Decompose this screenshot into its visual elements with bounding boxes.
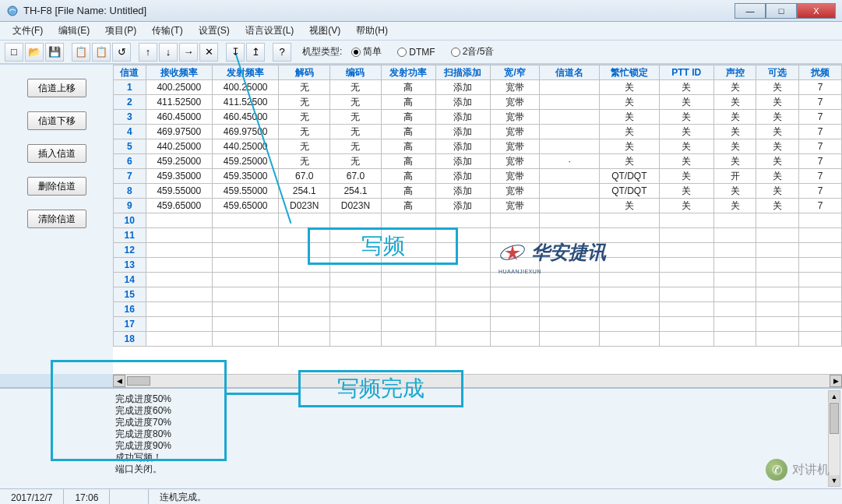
table-cell[interactable] — [490, 243, 540, 258]
table-cell[interactable] — [490, 213, 540, 228]
table-cell[interactable]: 7 — [799, 184, 842, 199]
table-cell[interactable] — [540, 199, 600, 213]
table-cell[interactable]: 1 — [114, 80, 146, 95]
table-cell[interactable]: 7 — [799, 154, 842, 169]
column-header[interactable]: 扰频 — [799, 65, 842, 80]
table-cell[interactable]: 16 — [114, 302, 146, 317]
table-cell[interactable] — [146, 317, 212, 332]
table-cell[interactable] — [279, 228, 330, 243]
minimize-button[interactable]: — — [735, 3, 766, 19]
table-cell[interactable]: 8 — [114, 184, 146, 199]
delete-button[interactable]: ✕ — [199, 43, 218, 62]
table-cell[interactable] — [756, 258, 799, 273]
table-cell[interactable] — [540, 243, 600, 258]
table-cell[interactable] — [756, 302, 799, 317]
table-cell[interactable] — [279, 243, 330, 258]
table-cell[interactable]: 无 — [279, 95, 330, 110]
table-cell[interactable]: 无 — [279, 154, 330, 169]
column-header[interactable]: 编码 — [330, 65, 382, 80]
channel-move-up-button[interactable]: 信道上移 — [27, 79, 86, 97]
table-cell[interactable]: 添加 — [435, 199, 490, 213]
table-cell[interactable]: 无 — [330, 80, 382, 95]
table-cell[interactable]: 2 — [114, 95, 146, 110]
read-radio-button[interactable]: ↧ — [226, 43, 245, 62]
table-cell[interactable]: 7 — [799, 139, 842, 154]
column-header[interactable]: 发射功率 — [381, 65, 435, 80]
table-cell[interactable]: 7 — [799, 125, 842, 139]
table-cell[interactable]: 18 — [114, 332, 146, 347]
table-cell[interactable]: 关 — [659, 80, 713, 95]
scroll-right-arrow-icon[interactable]: ▶ — [830, 375, 842, 387]
table-row[interactable]: 10 — [114, 213, 842, 228]
table-cell[interactable]: 9 — [114, 199, 146, 213]
table-cell[interactable] — [381, 243, 435, 258]
table-cell[interactable] — [713, 228, 756, 243]
paste-button[interactable]: 📋 — [92, 43, 111, 62]
table-row[interactable]: 14 — [114, 273, 842, 287]
table-cell[interactable]: 13 — [114, 258, 146, 273]
table-cell[interactable]: 关 — [713, 139, 756, 154]
table-cell[interactable]: 高 — [381, 80, 435, 95]
table-cell[interactable] — [540, 332, 600, 347]
table-cell[interactable]: 关 — [756, 169, 799, 184]
table-cell[interactable] — [659, 228, 713, 243]
table-row[interactable]: 7459.35000459.3500067.067.0高添加宽带QT/DQT关开… — [114, 169, 842, 184]
table-cell[interactable]: 无 — [330, 95, 382, 110]
table-cell[interactable]: 高 — [381, 169, 435, 184]
table-cell[interactable]: 14 — [114, 273, 146, 287]
table-cell[interactable]: 关 — [600, 95, 660, 110]
table-cell[interactable]: 无 — [279, 110, 330, 125]
table-cell[interactable] — [279, 302, 330, 317]
table-cell[interactable]: 高 — [381, 125, 435, 139]
menu-view[interactable]: 视图(V) — [301, 22, 348, 40]
table-cell[interactable] — [659, 287, 713, 302]
table-cell[interactable]: 459.55000 — [212, 184, 278, 199]
table-cell[interactable] — [713, 287, 756, 302]
table-cell[interactable] — [540, 125, 600, 139]
table-cell[interactable] — [540, 80, 600, 95]
table-cell[interactable] — [659, 243, 713, 258]
table-cell[interactable] — [381, 258, 435, 273]
table-cell[interactable]: 无 — [330, 125, 382, 139]
table-cell[interactable] — [799, 243, 842, 258]
table-cell[interactable] — [600, 273, 660, 287]
table-cell[interactable] — [435, 332, 490, 347]
table-cell[interactable] — [600, 302, 660, 317]
table-cell[interactable] — [435, 213, 490, 228]
table-cell[interactable] — [540, 213, 600, 228]
table-cell[interactable]: 459.55000 — [146, 184, 212, 199]
table-cell[interactable] — [212, 258, 278, 273]
table-cell[interactable] — [146, 287, 212, 302]
table-cell[interactable] — [212, 243, 278, 258]
table-cell[interactable] — [756, 228, 799, 243]
table-cell[interactable]: 459.25000 — [146, 154, 212, 169]
table-cell[interactable]: 宽带 — [490, 169, 540, 184]
table-cell[interactable] — [146, 243, 212, 258]
table-cell[interactable] — [799, 228, 842, 243]
table-cell[interactable]: 高 — [381, 199, 435, 213]
table-cell[interactable]: 459.35000 — [146, 169, 212, 184]
table-cell[interactable]: 添加 — [435, 80, 490, 95]
table-row[interactable]: 16 — [114, 302, 842, 317]
table-cell[interactable] — [659, 273, 713, 287]
table-cell[interactable]: 4 — [114, 125, 146, 139]
table-cell[interactable]: 460.45000 — [212, 110, 278, 125]
table-cell[interactable] — [659, 317, 713, 332]
table-cell[interactable]: 关 — [756, 125, 799, 139]
table-cell[interactable]: 高 — [381, 139, 435, 154]
table-cell[interactable]: 宽带 — [490, 199, 540, 213]
table-cell[interactable] — [330, 332, 382, 347]
table-cell[interactable]: 459.65000 — [146, 199, 212, 213]
new-button[interactable]: □ — [5, 43, 23, 62]
table-cell[interactable] — [659, 213, 713, 228]
table-cell[interactable] — [756, 213, 799, 228]
table-cell[interactable] — [713, 302, 756, 317]
table-cell[interactable]: 411.52500 — [146, 95, 212, 110]
table-cell[interactable] — [490, 302, 540, 317]
table-cell[interactable] — [279, 332, 330, 347]
table-cell[interactable]: 无 — [279, 125, 330, 139]
undo-button[interactable]: ↺ — [112, 43, 131, 62]
menu-language[interactable]: 语言设置(L) — [238, 22, 302, 40]
table-cell[interactable] — [212, 302, 278, 317]
table-cell[interactable] — [212, 228, 278, 243]
